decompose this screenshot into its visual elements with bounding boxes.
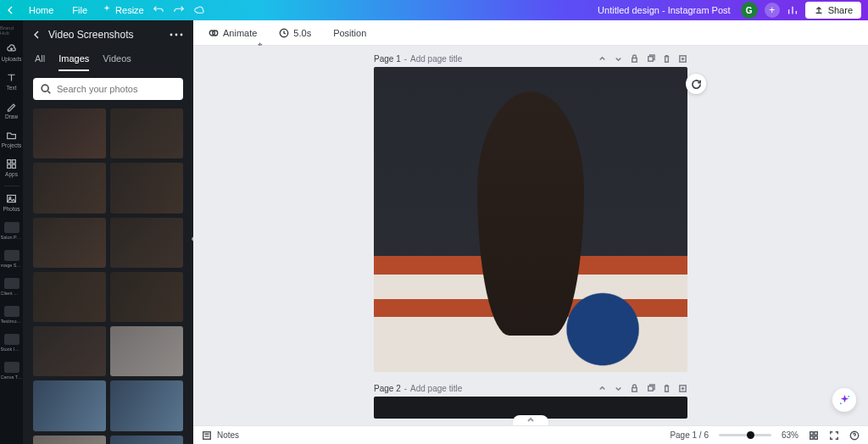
add-member-button[interactable]: + — [765, 3, 780, 18]
duplicate-icon[interactable] — [646, 384, 655, 393]
rail-label: Projects — [2, 142, 21, 148]
add-page-pill[interactable] — [513, 415, 548, 425]
page-1-canvas[interactable] — [374, 67, 687, 372]
rail-photos[interactable]: Photos — [0, 189, 23, 218]
upload-thumb[interactable] — [110, 380, 183, 430]
chevron-left-icon — [33, 31, 42, 39]
move-up-icon[interactable] — [598, 384, 607, 393]
design-title[interactable]: Untitled design - Instagram Post — [205, 5, 741, 15]
magic-icon — [101, 4, 113, 16]
folder-thumb — [4, 278, 19, 289]
insights-icon[interactable] — [787, 4, 798, 16]
grid-view-icon[interactable] — [809, 430, 819, 441]
svg-point-9 — [42, 85, 48, 92]
delete-icon[interactable] — [662, 384, 671, 393]
notes-button[interactable]: Notes — [202, 430, 239, 441]
svg-point-19 — [848, 395, 849, 397]
upload-icon — [814, 5, 824, 15]
rail-draw[interactable]: Draw — [0, 97, 23, 125]
animate-button[interactable]: Animate — [203, 25, 262, 42]
upload-thumb[interactable] — [33, 108, 106, 158]
resize-menu[interactable]: Resize — [101, 4, 144, 16]
regenerate-fab[interactable] — [686, 74, 706, 94]
add-page-icon[interactable] — [678, 54, 687, 64]
svg-point-20 — [839, 402, 841, 404]
topbar-right: G + Share — [741, 2, 861, 19]
rail-apps[interactable]: Apps — [0, 154, 23, 183]
search-input[interactable] — [33, 78, 183, 100]
upload-thumb[interactable] — [110, 272, 183, 322]
upload-thumb[interactable] — [110, 218, 183, 268]
move-down-icon[interactable] — [614, 384, 623, 393]
lock-icon[interactable] — [630, 54, 639, 64]
rail-folder[interactable]: Client Work — [0, 274, 23, 302]
page-number: Page 1 — [374, 54, 401, 64]
sidepanel-header: Video Screenshots — [23, 20, 193, 46]
rail-text[interactable]: Text — [0, 68, 23, 97]
upload-thumb[interactable] — [33, 380, 106, 430]
duplicate-icon[interactable] — [646, 54, 655, 64]
more-icon[interactable] — [170, 33, 183, 36]
lock-icon[interactable] — [630, 384, 639, 393]
context-toolbar: Animate 5.0s Position ⌖ — [193, 20, 868, 46]
clock-icon — [279, 28, 289, 38]
help-icon[interactable] — [849, 430, 860, 441]
rail-folder[interactable]: Salon Pho... — [0, 218, 23, 246]
tab-videos[interactable]: Videos — [103, 49, 131, 71]
duration-button[interactable]: 5.0s — [274, 25, 316, 42]
zoom-slider-thumb[interactable] — [747, 431, 754, 439]
svg-rect-0 — [8, 160, 11, 164]
avatar[interactable]: G — [741, 2, 758, 19]
page-title-input[interactable]: Add page title — [410, 54, 462, 64]
position-label: Position — [333, 28, 366, 38]
page-2-wrap: Page 2 - Add page title — [374, 380, 687, 419]
upload-thumb[interactable] — [110, 326, 183, 376]
rail-folder[interactable]: Stock Ima... — [0, 330, 23, 358]
uploads-icon — [6, 43, 17, 54]
position-button[interactable]: Position — [328, 25, 371, 42]
upload-thumb[interactable] — [110, 108, 183, 158]
page-1-wrap: Page 1 - Add page title — [374, 51, 687, 372]
animate-label: Animate — [223, 28, 257, 38]
rail-uploads[interactable]: Uploads — [0, 39, 23, 68]
duration-value: 5.0s — [293, 28, 311, 38]
undo-icon[interactable] — [153, 4, 164, 16]
cloud-sync-icon[interactable] — [193, 4, 205, 16]
delete-icon[interactable] — [662, 54, 671, 64]
bottom-status-bar: Notes Page 1 / 6 63% — [193, 425, 868, 444]
tab-all[interactable]: All — [35, 49, 45, 71]
home-link[interactable]: Home — [24, 3, 58, 18]
redo-icon[interactable] — [173, 4, 185, 16]
back-chevron-icon[interactable] — [7, 6, 15, 14]
upload-thumb[interactable] — [33, 163, 106, 213]
upload-thumb[interactable] — [110, 436, 183, 444]
fullscreen-icon[interactable] — [829, 430, 839, 441]
svg-rect-13 — [632, 58, 637, 63]
page-title-input[interactable]: Add page title — [410, 384, 462, 393]
share-button[interactable]: Share — [805, 2, 861, 19]
upload-thumb[interactable] — [33, 218, 106, 268]
upload-thumb[interactable] — [33, 326, 106, 376]
zoom-value[interactable]: 63% — [782, 430, 798, 440]
sidepanel-back[interactable]: Video Screenshots — [33, 29, 134, 41]
canvas-area[interactable]: Page 1 - Add page title Page 2 - Add pag… — [193, 46, 868, 425]
page-indicator[interactable]: Page 1 / 6 — [670, 430, 709, 440]
zoom-slider[interactable] — [719, 434, 771, 436]
rail-projects[interactable]: Projects — [0, 125, 23, 154]
svg-rect-24 — [810, 436, 813, 438]
add-page-icon[interactable] — [678, 384, 687, 393]
upload-thumb[interactable] — [33, 436, 106, 444]
rail-folder[interactable]: Testimoni... — [0, 302, 23, 330]
upload-thumb[interactable] — [110, 163, 183, 213]
folder-thumb — [4, 306, 19, 317]
folder-thumb — [4, 222, 19, 233]
rail-folder[interactable]: mage SEO... — [0, 246, 23, 274]
top-app-bar: Home File Resize Untitled design - Insta… — [0, 0, 868, 20]
tab-images[interactable]: Images — [58, 49, 89, 71]
magic-assist-fab[interactable] — [832, 388, 856, 412]
move-down-icon[interactable] — [614, 54, 623, 64]
rail-folder[interactable]: Canva Te... — [0, 358, 23, 386]
upload-thumb[interactable] — [33, 272, 106, 322]
file-menu[interactable]: File — [67, 3, 92, 18]
move-up-icon[interactable] — [598, 54, 607, 64]
